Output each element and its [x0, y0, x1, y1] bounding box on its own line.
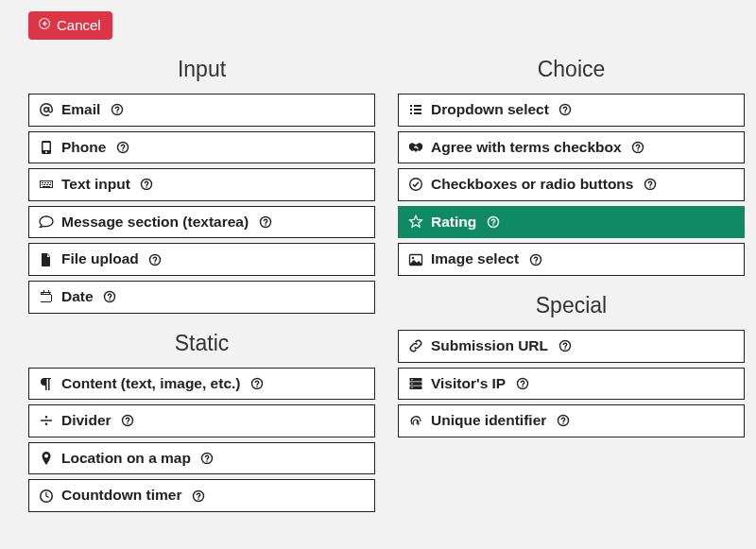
map-marker-icon: [39, 451, 54, 466]
help-icon[interactable]: [558, 103, 573, 117]
comment-icon: [39, 214, 54, 230]
help-icon[interactable]: [140, 178, 154, 192]
check-circle-icon: [408, 177, 423, 192]
field-option-image-select[interactable]: Image select: [398, 243, 745, 276]
help-icon[interactable]: [258, 215, 272, 230]
handshake-icon: [408, 140, 423, 155]
field-option-text-input[interactable]: Text input: [28, 168, 375, 201]
at-icon: [39, 102, 54, 117]
section-title-input: Input: [28, 57, 375, 82]
field-list: Submission URLVisitor's IPUnique identif…: [398, 330, 745, 437]
link-icon: [408, 338, 423, 353]
section-title-choice: Choice: [398, 57, 745, 82]
keyboard-icon: [39, 177, 54, 192]
field-option-label: Location on a map: [61, 450, 191, 468]
arrow-left-circle-icon: [38, 17, 51, 33]
field-option-label: Dropdown select: [431, 101, 549, 119]
field-type-picker: InputEmailPhoneText inputMessage section…: [0, 40, 756, 512]
server-icon: [408, 376, 423, 391]
help-icon[interactable]: [643, 178, 657, 192]
field-list: Content (text, image, etc.)DividerLocati…: [28, 368, 375, 512]
divide-icon: [39, 413, 54, 428]
help-icon[interactable]: [110, 103, 124, 117]
field-option-label: Rating: [431, 214, 476, 232]
field-option-submission-url[interactable]: Submission URL: [398, 330, 745, 363]
field-option-label: Agree with terms checkbox: [431, 139, 622, 157]
field-option-label: Submission URL: [431, 337, 548, 355]
field-option-label: Countdown timer: [61, 487, 181, 505]
calendar-icon: [39, 289, 54, 304]
section-title-static: Static: [28, 331, 375, 356]
field-option-rating[interactable]: Rating: [398, 206, 745, 239]
cancel-button[interactable]: Cancel: [28, 11, 112, 40]
help-icon[interactable]: [121, 414, 135, 428]
help-icon[interactable]: [558, 339, 572, 353]
paragraph-icon: [39, 376, 54, 391]
help-icon[interactable]: [528, 252, 542, 266]
field-option-dropdown-select[interactable]: Dropdown select: [398, 94, 745, 127]
field-option-divider[interactable]: Divider: [28, 404, 375, 437]
help-icon[interactable]: [115, 140, 129, 154]
field-list: EmailPhoneText inputMessage section (tex…: [28, 94, 375, 314]
help-icon[interactable]: [200, 452, 215, 466]
field-option-label: Unique identifier: [431, 412, 546, 430]
field-option-date[interactable]: Date: [28, 281, 375, 314]
help-icon[interactable]: [486, 215, 500, 230]
help-icon[interactable]: [249, 376, 264, 390]
field-option-file-upload[interactable]: File upload: [28, 243, 375, 276]
fingerprint-icon: [408, 413, 423, 428]
field-option-phone[interactable]: Phone: [28, 131, 375, 164]
field-option-label: Phone: [61, 139, 106, 157]
help-icon[interactable]: [515, 376, 529, 390]
field-option-label: Visitor's IP: [431, 375, 506, 393]
field-option-location-on-a-map[interactable]: Location on a map: [28, 442, 375, 475]
phone-icon: [39, 140, 54, 155]
help-icon[interactable]: [631, 140, 645, 154]
help-icon[interactable]: [556, 414, 570, 428]
field-option-visitor-s-ip[interactable]: Visitor's IP: [398, 368, 745, 401]
field-option-label: Text input: [61, 176, 130, 194]
field-option-label: Image select: [431, 250, 519, 268]
field-option-label: File upload: [61, 250, 139, 268]
cancel-button-label: Cancel: [57, 17, 101, 33]
field-option-message-section-textarea[interactable]: Message section (textarea): [28, 206, 375, 239]
field-option-label: Email: [61, 101, 100, 119]
help-icon[interactable]: [148, 252, 163, 266]
list-icon: [408, 102, 423, 117]
field-option-label: Checkboxes or radio buttons: [431, 176, 633, 194]
image-icon: [408, 252, 423, 267]
field-option-agree-with-terms-checkbox[interactable]: Agree with terms checkbox: [398, 131, 745, 164]
field-option-label: Content (text, image, etc.): [61, 375, 240, 393]
help-icon[interactable]: [191, 489, 205, 503]
field-option-label: Date: [61, 288, 94, 306]
file-icon: [39, 252, 54, 267]
star-icon: [408, 214, 423, 230]
field-option-label: Divider: [61, 412, 112, 430]
help-icon[interactable]: [103, 290, 117, 304]
field-option-unique-identifier[interactable]: Unique identifier: [398, 404, 745, 437]
field-option-countdown-timer[interactable]: Countdown timer: [28, 479, 375, 512]
field-option-label: Message section (textarea): [61, 214, 249, 232]
field-list: Dropdown selectAgree with terms checkbox…: [398, 94, 745, 276]
field-option-checkboxes-or-radio-buttons[interactable]: Checkboxes or radio buttons: [398, 168, 745, 201]
clock-icon: [39, 489, 54, 504]
field-option-content-text-image-etc[interactable]: Content (text, image, etc.): [28, 368, 375, 401]
section-title-special: Special: [398, 293, 745, 318]
field-option-email[interactable]: Email: [28, 94, 375, 127]
